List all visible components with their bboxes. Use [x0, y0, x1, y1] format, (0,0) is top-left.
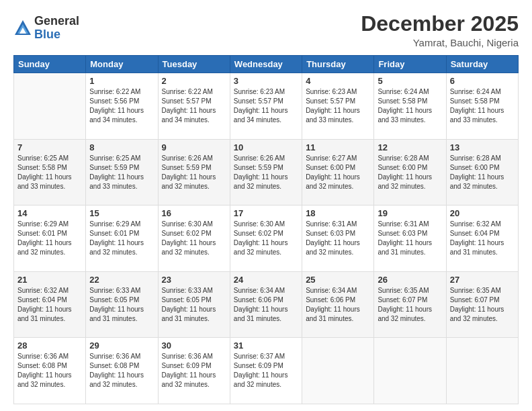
col-thursday: Thursday	[302, 56, 374, 73]
logo-general-text: General	[34, 15, 79, 28]
day-number: 13	[450, 142, 515, 152]
calendar-header-row: Sunday Monday Tuesday Wednesday Thursday…	[14, 56, 519, 73]
day-number: 16	[162, 208, 226, 218]
calendar-row-1: 1Sunrise: 6:22 AMSunset: 5:56 PMDaylight…	[14, 73, 519, 140]
table-row: 17Sunrise: 6:30 AMSunset: 6:02 PMDayligh…	[230, 205, 302, 272]
table-row	[374, 338, 446, 404]
day-number: 25	[306, 275, 370, 285]
table-row: 5Sunrise: 6:24 AMSunset: 5:58 PMDaylight…	[374, 73, 446, 140]
cell-info: Sunrise: 6:36 AMSunset: 6:08 PMDaylight:…	[89, 352, 154, 390]
table-row: 1Sunrise: 6:22 AMSunset: 5:56 PMDaylight…	[86, 73, 158, 140]
col-saturday: Saturday	[446, 56, 518, 73]
cell-info: Sunrise: 6:26 AMSunset: 5:59 PMDaylight:…	[234, 154, 298, 191]
table-row: 2Sunrise: 6:22 AMSunset: 5:57 PMDaylight…	[158, 73, 230, 140]
day-number: 14	[17, 208, 82, 218]
col-wednesday: Wednesday	[230, 56, 302, 73]
table-row	[302, 338, 374, 404]
day-number: 10	[234, 142, 298, 152]
cell-info: Sunrise: 6:23 AMSunset: 5:57 PMDaylight:…	[234, 87, 298, 125]
col-monday: Monday	[86, 56, 158, 73]
table-row: 27Sunrise: 6:35 AMSunset: 6:07 PMDayligh…	[446, 271, 518, 338]
day-number: 30	[162, 340, 226, 351]
cell-info: Sunrise: 6:28 AMSunset: 6:00 PMDaylight:…	[450, 154, 515, 191]
calendar-table: Sunday Monday Tuesday Wednesday Thursday…	[13, 55, 519, 404]
day-number: 15	[89, 208, 154, 218]
day-number: 2	[162, 76, 226, 86]
calendar-row-2: 7Sunrise: 6:25 AMSunset: 5:58 PMDaylight…	[14, 139, 519, 205]
page: General Blue December 2025 Yamrat, Bauch…	[0, 0, 532, 411]
table-row: 30Sunrise: 6:36 AMSunset: 6:09 PMDayligh…	[158, 338, 230, 404]
cell-info: Sunrise: 6:24 AMSunset: 5:58 PMDaylight:…	[450, 87, 515, 125]
cell-info: Sunrise: 6:29 AMSunset: 6:01 PMDaylight:…	[17, 220, 82, 257]
cell-info: Sunrise: 6:31 AMSunset: 6:03 PMDaylight:…	[378, 220, 442, 257]
logo-blue-text: Blue	[34, 28, 79, 42]
cell-info: Sunrise: 6:29 AMSunset: 6:01 PMDaylight:…	[89, 220, 154, 257]
table-row: 16Sunrise: 6:30 AMSunset: 6:02 PMDayligh…	[158, 205, 230, 272]
cell-info: Sunrise: 6:24 AMSunset: 5:58 PMDaylight:…	[378, 87, 442, 125]
cell-info: Sunrise: 6:32 AMSunset: 6:04 PMDaylight:…	[17, 286, 82, 324]
cell-info: Sunrise: 6:33 AMSunset: 6:05 PMDaylight:…	[162, 286, 226, 324]
day-number: 18	[306, 208, 370, 218]
day-number: 3	[234, 76, 298, 86]
table-row: 29Sunrise: 6:36 AMSunset: 6:08 PMDayligh…	[86, 338, 158, 404]
table-row	[14, 73, 86, 140]
cell-info: Sunrise: 6:34 AMSunset: 6:06 PMDaylight:…	[306, 286, 370, 324]
table-row: 18Sunrise: 6:31 AMSunset: 6:03 PMDayligh…	[302, 205, 374, 272]
title-block: December 2025 Yamrat, Bauchi, Nigeria	[361, 12, 519, 48]
day-number: 4	[306, 76, 370, 86]
table-row: 23Sunrise: 6:33 AMSunset: 6:05 PMDayligh…	[158, 271, 230, 338]
day-number: 6	[450, 76, 515, 86]
cell-info: Sunrise: 6:25 AMSunset: 5:59 PMDaylight:…	[89, 154, 154, 191]
day-number: 31	[234, 340, 298, 351]
cell-info: Sunrise: 6:22 AMSunset: 5:57 PMDaylight:…	[162, 87, 226, 125]
col-tuesday: Tuesday	[158, 56, 230, 73]
table-row: 31Sunrise: 6:37 AMSunset: 6:09 PMDayligh…	[230, 338, 302, 404]
day-number: 12	[378, 142, 442, 152]
cell-info: Sunrise: 6:23 AMSunset: 5:57 PMDaylight:…	[306, 87, 370, 125]
cell-info: Sunrise: 6:30 AMSunset: 6:02 PMDaylight:…	[162, 220, 226, 257]
calendar-row-4: 21Sunrise: 6:32 AMSunset: 6:04 PMDayligh…	[14, 271, 519, 338]
table-row	[446, 338, 518, 404]
calendar-row-3: 14Sunrise: 6:29 AMSunset: 6:01 PMDayligh…	[14, 205, 519, 272]
day-number: 17	[234, 208, 298, 218]
cell-info: Sunrise: 6:36 AMSunset: 6:09 PMDaylight:…	[162, 352, 226, 390]
table-row: 24Sunrise: 6:34 AMSunset: 6:06 PMDayligh…	[230, 271, 302, 338]
table-row: 14Sunrise: 6:29 AMSunset: 6:01 PMDayligh…	[14, 205, 86, 272]
table-row: 22Sunrise: 6:33 AMSunset: 6:05 PMDayligh…	[86, 271, 158, 338]
day-number: 21	[17, 275, 82, 285]
cell-info: Sunrise: 6:35 AMSunset: 6:07 PMDaylight:…	[450, 286, 515, 324]
cell-info: Sunrise: 6:32 AMSunset: 6:04 PMDaylight:…	[450, 220, 515, 257]
table-row: 10Sunrise: 6:26 AMSunset: 5:59 PMDayligh…	[230, 139, 302, 205]
table-row: 19Sunrise: 6:31 AMSunset: 6:03 PMDayligh…	[374, 205, 446, 272]
cell-info: Sunrise: 6:33 AMSunset: 6:05 PMDaylight:…	[89, 286, 154, 324]
day-number: 29	[89, 340, 154, 351]
logo: General Blue	[13, 15, 79, 42]
day-number: 8	[89, 142, 154, 152]
day-number: 5	[378, 76, 442, 86]
table-row: 3Sunrise: 6:23 AMSunset: 5:57 PMDaylight…	[230, 73, 302, 140]
table-row: 13Sunrise: 6:28 AMSunset: 6:00 PMDayligh…	[446, 139, 518, 205]
cell-info: Sunrise: 6:25 AMSunset: 5:58 PMDaylight:…	[17, 154, 82, 191]
table-row: 20Sunrise: 6:32 AMSunset: 6:04 PMDayligh…	[446, 205, 518, 272]
table-row: 8Sunrise: 6:25 AMSunset: 5:59 PMDaylight…	[86, 139, 158, 205]
table-row: 15Sunrise: 6:29 AMSunset: 6:01 PMDayligh…	[86, 205, 158, 272]
day-number: 20	[450, 208, 515, 218]
month-title: December 2025	[361, 12, 519, 36]
header: General Blue December 2025 Yamrat, Bauch…	[13, 12, 519, 48]
col-friday: Friday	[374, 56, 446, 73]
cell-info: Sunrise: 6:26 AMSunset: 5:59 PMDaylight:…	[162, 154, 226, 191]
cell-info: Sunrise: 6:22 AMSunset: 5:56 PMDaylight:…	[89, 87, 154, 125]
cell-info: Sunrise: 6:30 AMSunset: 6:02 PMDaylight:…	[234, 220, 298, 257]
table-row: 21Sunrise: 6:32 AMSunset: 6:04 PMDayligh…	[14, 271, 86, 338]
table-row: 11Sunrise: 6:27 AMSunset: 6:00 PMDayligh…	[302, 139, 374, 205]
day-number: 22	[89, 275, 154, 285]
cell-info: Sunrise: 6:28 AMSunset: 6:00 PMDaylight:…	[378, 154, 442, 191]
logo-icon	[13, 19, 32, 38]
location-title: Yamrat, Bauchi, Nigeria	[361, 37, 519, 48]
day-number: 11	[306, 142, 370, 152]
cell-info: Sunrise: 6:34 AMSunset: 6:06 PMDaylight:…	[234, 286, 298, 324]
cell-info: Sunrise: 6:37 AMSunset: 6:09 PMDaylight:…	[234, 352, 298, 390]
cell-info: Sunrise: 6:35 AMSunset: 6:07 PMDaylight:…	[378, 286, 442, 324]
day-number: 7	[17, 142, 82, 152]
table-row: 6Sunrise: 6:24 AMSunset: 5:58 PMDaylight…	[446, 73, 518, 140]
